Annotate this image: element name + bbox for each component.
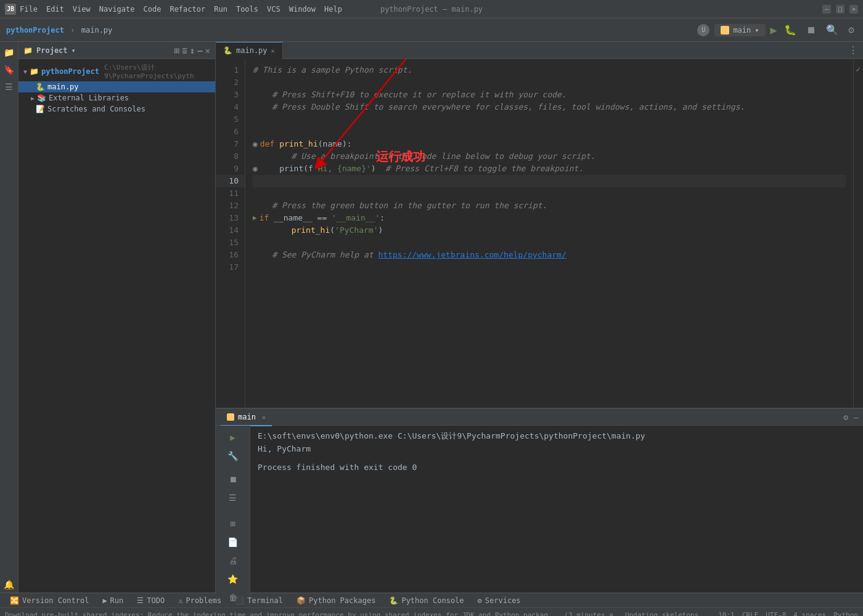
tab-version-control[interactable]: 🔀 Version Control — [4, 593, 95, 608]
minimize-button[interactable]: — — [822, 5, 831, 14]
settings-button[interactable]: ⚙ — [846, 22, 857, 38]
run-content: ▶ 🔧 ⏹ ☰ ⊞ 📄 🖨 ⭐ 🗑 E:\soft\envs\env0\pyth… — [216, 426, 863, 606]
line9-str: 'Hi, {name}' — [313, 163, 371, 175]
project-icon2[interactable]: ≡ — [182, 46, 187, 55]
pycharm-str: 'PyCharm' — [335, 224, 378, 237]
code-content[interactable]: # This is a sample Python script. # Pres… — [245, 59, 853, 408]
print-hi-call: print_hi — [292, 224, 330, 237]
line14-args: ( — [330, 224, 335, 237]
menu-view[interactable]: View — [73, 5, 91, 14]
tab-python-packages[interactable]: 📦 Python Packages — [290, 593, 382, 608]
run-play-button[interactable]: ▶ — [771, 23, 777, 36]
status-encoding[interactable]: UTF-8 — [766, 611, 786, 616]
project-selector-arrow[interactable]: ▾ — [72, 46, 76, 55]
tab-python-console[interactable]: 🐍 Python Console — [383, 593, 470, 608]
line8-text: # Use a breakpoint in the code line belo… — [253, 150, 595, 163]
menu-edit[interactable]: Edit — [46, 5, 64, 14]
user-avatar[interactable]: U — [697, 24, 710, 36]
window-controls: — □ ✕ — [822, 5, 858, 14]
code-line-2 — [253, 76, 846, 89]
menu-navigate[interactable]: Navigate — [99, 5, 135, 14]
todo-icon: ☰ — [137, 596, 144, 605]
code-line-6 — [253, 126, 846, 138]
search-everywhere-button[interactable]: 🔍 — [824, 22, 841, 38]
tab-services[interactable]: ⚙ Services — [472, 593, 527, 608]
project-header-left: 📁 Project ▾ — [23, 46, 76, 55]
ln-15: 15 — [216, 237, 245, 249]
menu-vcs[interactable]: VCS — [267, 5, 280, 14]
run-tool-btn3[interactable]: ⊞ — [225, 516, 241, 532]
menu-run[interactable]: Run — [214, 5, 227, 14]
app-logo: JB — [5, 4, 16, 15]
status-filetype[interactable]: Python — [833, 611, 858, 616]
ln-11: 11 — [216, 187, 245, 200]
project-icon1[interactable]: ⊞ — [174, 46, 179, 55]
run-tool-btn6[interactable]: ⭐ — [225, 571, 241, 587]
pycharm-help-link[interactable]: https://www.jetbrains.com/help/pycharm/ — [378, 249, 566, 261]
tree-external-libs[interactable]: ▶ 📚 External Libraries — [18, 92, 215, 103]
ln-10: 10 — [216, 175, 245, 187]
ln-16: 16 — [216, 249, 245, 261]
line16-comment-text: # See PyCharm help at — [253, 249, 378, 261]
code-line-4: # Press Double Shift to search everywher… — [253, 101, 846, 113]
project-icon4[interactable]: — — [197, 46, 202, 55]
todo-label: TODO — [147, 596, 165, 605]
menu-file[interactable]: File — [20, 5, 38, 14]
run-tab-close[interactable]: ✕ — [262, 414, 266, 421]
bookmark-icon[interactable]: 🔖 — [1, 62, 17, 78]
project-icon5[interactable]: ✕ — [205, 46, 210, 55]
tree-root[interactable]: ▼ 📁 pythonProject C:\Users\设计9\PycharmPr… — [18, 62, 215, 81]
tab-todo[interactable]: ☰ TODO — [131, 593, 171, 608]
func-name: print_hi — [279, 138, 318, 150]
line14-close: ) — [378, 224, 383, 237]
run-settings-icon[interactable]: ⚙ — [843, 413, 848, 422]
project-panel: 📁 Project ▾ ⊞ ≡ ↕ — ✕ ▼ 📁 pythonProject … — [18, 42, 216, 593]
rerun-button[interactable]: ▶ — [225, 429, 241, 445]
notifications-icon[interactable]: 🔔 — [1, 577, 17, 593]
tab-close-icon[interactable]: ✕ — [271, 47, 275, 54]
run-exit-line: Process finished with exit code 0 — [258, 463, 856, 472]
menu-code[interactable]: Code — [144, 5, 162, 14]
code-line-11 — [253, 187, 846, 200]
tab-terminal[interactable]: ⬛ Terminal — [229, 593, 289, 608]
run-config-selector[interactable]: main ▾ — [714, 24, 765, 36]
project-icon[interactable]: 📁 — [1, 44, 17, 60]
stop-button[interactable]: ⏹ — [804, 22, 819, 38]
close-button[interactable]: ✕ — [849, 5, 858, 14]
stop-button[interactable]: ⏹ — [225, 471, 241, 487]
tree-scratches[interactable]: 📝 Scratches and Consoles — [18, 103, 215, 115]
tab-main-py[interactable]: 🐍 main.py ✕ — [216, 42, 283, 59]
tab-file-icon: 🐍 — [223, 46, 232, 55]
run-tool-btn5[interactable]: 🖨 — [225, 553, 241, 569]
tab-actions[interactable]: ⋮ — [848, 44, 863, 56]
ext-arrow: ▶ — [31, 95, 35, 102]
menu-refactor[interactable]: Refactor — [170, 5, 205, 14]
config-dropdown-icon: ▾ — [755, 26, 759, 34]
terminal-label: Terminal — [247, 596, 283, 605]
tree-main-py[interactable]: 🐍 main.py — [18, 81, 215, 92]
project-icon3[interactable]: ↕ — [190, 46, 195, 55]
tab-run[interactable]: ▶ Run — [96, 593, 129, 608]
code-line-16: # See PyCharm help at https://www.jetbra… — [253, 249, 846, 261]
run-collapse-icon[interactable]: — — [853, 413, 858, 422]
ext-libs-label: External Libraries — [49, 94, 129, 102]
status-line-sep[interactable]: CRLF — [742, 611, 759, 616]
run-tool-btn4[interactable]: 📄 — [225, 534, 241, 550]
status-updating: Updating skeletons... — [625, 611, 711, 616]
code-line-12: # Press the green button in the gutter t… — [253, 200, 846, 212]
debug-button[interactable]: 🐛 — [782, 22, 799, 38]
file-link[interactable]: main.py — [81, 26, 113, 34]
structure-icon[interactable]: ☰ — [1, 79, 17, 95]
tab-problems[interactable]: ⚠ Problems — [172, 593, 227, 608]
menu-window[interactable]: Window — [289, 5, 316, 14]
menu-tools[interactable]: Tools — [236, 5, 258, 14]
menu-help[interactable]: Help — [324, 5, 342, 14]
project-link[interactable]: pythonProject — [6, 26, 64, 34]
run-tool-btn2[interactable]: ☰ — [225, 490, 241, 506]
status-position[interactable]: 10:1 — [718, 611, 735, 616]
right-gutter: ✓ — [853, 59, 863, 408]
run-tool-btn1[interactable]: 🔧 — [225, 448, 241, 464]
status-indent[interactable]: 4 spaces — [793, 611, 826, 616]
maximize-button[interactable]: □ — [836, 5, 845, 14]
run-tab-main[interactable]: main ✕ — [221, 409, 272, 426]
